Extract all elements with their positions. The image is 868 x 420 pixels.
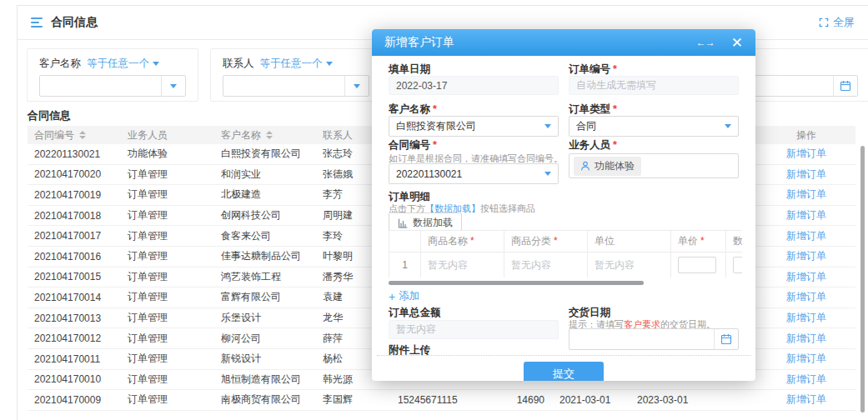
customer-name-filter-input[interactable] — [40, 76, 161, 96]
filter-operator-dropdown[interactable]: 等于任意一个 — [260, 57, 333, 71]
column-header-customer[interactable]: 客户名称 — [214, 126, 316, 144]
table-cell: 202104170016 — [28, 246, 121, 267]
submit-button[interactable]: 提交 — [524, 362, 604, 381]
modal-header[interactable]: 新增客户订单 ←→ ✕ — [372, 29, 755, 56]
table-cell: 订单管理 — [121, 369, 214, 390]
item-qty-cell — [726, 252, 743, 278]
fullscreen-button[interactable]: 全屏 — [819, 15, 855, 30]
table-cell — [705, 390, 757, 411]
table-cell: 202201130021 — [28, 144, 121, 164]
table-cell: 202104170012 — [28, 328, 121, 349]
table-cell: 202104170017 — [28, 226, 121, 247]
calendar-icon — [840, 80, 851, 92]
order-type-label: 订单类型* — [569, 102, 617, 117]
new-order-link[interactable]: 新增订单 — [786, 168, 826, 180]
filter-operator-dropdown[interactable]: 等于任意一个 — [87, 57, 159, 71]
required-mark: * — [433, 139, 437, 151]
column-header-staff: 业务人员 — [121, 126, 214, 144]
quantity-input[interactable] — [733, 257, 742, 273]
staff-chip[interactable]: 功能体验 — [574, 157, 641, 176]
items-price-header: 单价* — [671, 231, 726, 252]
table-vertical-scrollbar[interactable] — [860, 146, 865, 412]
table-cell: 功能体验 — [121, 144, 214, 164]
new-order-link[interactable]: 新增订单 — [786, 352, 826, 364]
contact-filter-input[interactable] — [223, 76, 344, 96]
table-cell: 202104170020 — [28, 164, 121, 185]
expand-horizontal-icon[interactable]: ←→ — [696, 37, 715, 48]
new-order-link[interactable]: 新增订单 — [786, 230, 826, 242]
new-order-link[interactable]: 新增订单 — [786, 209, 826, 221]
table-cell: 订单管理 — [121, 328, 214, 349]
action-cell: 新增订单 — [757, 246, 855, 267]
table-cell: 订单管理 — [121, 185, 214, 206]
table-cell: 订单管理 — [121, 308, 214, 328]
new-order-link[interactable]: 新增订单 — [786, 148, 826, 159]
chevron-down-icon — [354, 84, 360, 88]
table-cell: 订单管理 — [121, 226, 214, 247]
table-row: 202104170009订单管理南极商贸有限公司李国辉1524567111514… — [28, 390, 855, 411]
new-order-link[interactable]: 新增订单 — [786, 250, 826, 262]
person-icon — [580, 161, 590, 171]
table-cell: 白熙投资有限公司 — [214, 144, 316, 164]
table-cell: 食客来公司 — [214, 226, 316, 247]
new-order-link[interactable]: 新增订单 — [786, 373, 826, 385]
new-order-link[interactable]: 新增订单 — [786, 271, 826, 282]
table-cell: 202104170018 — [28, 205, 121, 226]
action-cell: 新增订单 — [757, 328, 855, 349]
table-cell: 订单管理 — [121, 348, 214, 369]
column-header-contract-no[interactable]: 合同编号 — [28, 126, 121, 144]
table-cell: 柳河公司 — [214, 328, 316, 349]
items-unit-header: 单位 — [588, 231, 671, 252]
action-cell: 新增订单 — [757, 164, 855, 185]
table-cell: 202104170015 — [28, 267, 121, 288]
total-amount-label: 订单总金额 — [389, 306, 441, 320]
total-amount-field: 暂无内容 — [389, 320, 559, 339]
staff-field[interactable]: 功能体验 — [569, 153, 739, 178]
page-title: 合同信息 — [51, 15, 98, 30]
action-cell: 新增订单 — [757, 144, 855, 164]
delivery-date-picker-button[interactable] — [714, 329, 738, 349]
add-item-link[interactable]: +添加 — [389, 289, 419, 303]
contract-no-select[interactable]: 202201130021 — [389, 163, 559, 184]
filter-select-button[interactable] — [161, 76, 185, 96]
price-input[interactable] — [678, 257, 716, 273]
new-order-link[interactable]: 新增订单 — [786, 291, 826, 302]
app-window: 合同信息 全屏 客户名称 等于任意一个 联系人 等于任意一个 — [0, 0, 868, 420]
order-type-select[interactable]: 合同 — [569, 116, 739, 137]
action-cell: 新增订单 — [757, 267, 855, 288]
close-icon[interactable]: ✕ — [731, 36, 743, 50]
order-no-label: 订单编号* — [569, 62, 617, 77]
action-cell: 新增订单 — [757, 185, 855, 206]
required-mark: * — [470, 235, 474, 247]
new-order-link[interactable]: 新增订单 — [786, 312, 826, 323]
item-category-cell[interactable]: 暂无内容 — [504, 252, 588, 278]
item-name-cell[interactable]: 暂无内容 — [421, 252, 504, 278]
required-mark: * — [613, 139, 617, 151]
table-cell: 订单管理 — [121, 205, 214, 226]
order-items-table: 商品名称* 商品分类* 单位 单价* 数量* 1 暂无内容 暂无内容 暂无内容 — [389, 230, 742, 278]
modal-title: 新增客户订单 — [384, 35, 454, 50]
items-horizontal-scrollbar[interactable] — [389, 281, 644, 285]
new-order-link[interactable]: 新增订单 — [786, 332, 826, 344]
table-cell: 202104170009 — [28, 390, 121, 411]
table-cell: 乐堡设计 — [214, 308, 316, 328]
sort-icon[interactable] — [266, 131, 273, 139]
new-order-link[interactable]: 新增订单 — [786, 188, 826, 200]
item-unit-cell[interactable]: 暂无内容 — [588, 252, 671, 278]
filter-select-button[interactable] — [344, 76, 369, 96]
date-picker-button[interactable] — [833, 76, 857, 96]
new-order-link[interactable]: 新增订单 — [786, 393, 826, 405]
filter-customer-name: 客户名称 等于任意一个 — [27, 48, 198, 102]
customer-select[interactable]: 白熙投资有限公司 — [389, 116, 559, 137]
table-cell: 202104170010 — [28, 369, 121, 390]
delivery-date-input[interactable] — [569, 329, 714, 349]
list-menu-icon[interactable] — [31, 18, 43, 28]
action-cell: 新增订单 — [757, 308, 855, 328]
sort-icon[interactable] — [79, 131, 86, 139]
table-cell: 鸿艺装饰工程 — [214, 267, 316, 288]
action-cell: 新增订单 — [757, 348, 855, 369]
required-mark: * — [613, 63, 617, 75]
fill-date-field: 2022-03-17 — [389, 76, 559, 95]
table-cell: 2021-03-01 — [553, 390, 630, 411]
action-cell: 新增订单 — [757, 369, 855, 390]
